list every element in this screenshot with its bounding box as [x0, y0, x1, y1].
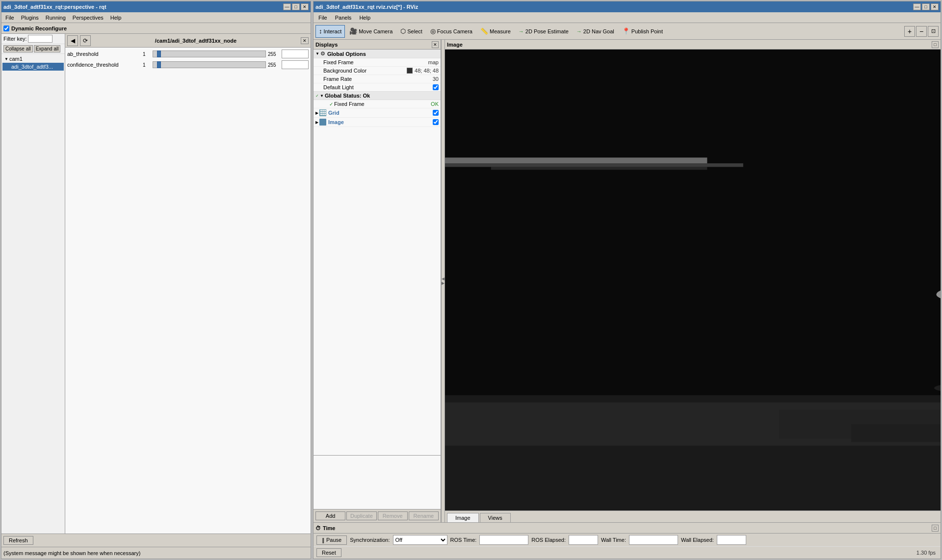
param-value-1[interactable]: 10 — [282, 60, 309, 69]
time-expand-btn[interactable]: □ — [932, 525, 939, 532]
displays-content: ▼ ⚙ Global Options Fixed Frame map Backg… — [314, 50, 441, 455]
time-clock-icon: ⏱ — [315, 525, 321, 531]
rqt-minimize-btn[interactable]: — — [283, 3, 291, 10]
zoom-out-btn[interactable]: − — [916, 26, 927, 37]
grid-checkbox[interactable] — [433, 110, 439, 116]
rviz-restore-btn[interactable]: □ — [922, 3, 930, 10]
collapse-all-btn[interactable]: Collapse all — [3, 45, 33, 52]
rqt-menu-plugins[interactable]: Plugins — [19, 14, 41, 21]
views-tab[interactable]: Views — [480, 513, 511, 522]
toolbar-interact-btn[interactable]: ↕ Interact — [315, 25, 345, 38]
fps-label: 1.30 fps — [916, 550, 938, 556]
rqt-menu-running[interactable]: Running — [44, 14, 68, 21]
param-slider-0[interactable] — [153, 51, 266, 57]
global-options-expand-icon: ▼ — [315, 51, 319, 56]
param-name-1: confidence_threshold — [67, 62, 141, 68]
global-status-row[interactable]: ✓ ▼ Global Status: Ok — [314, 92, 441, 100]
bg-color-swatch — [407, 68, 413, 74]
zoom-in-btn[interactable]: + — [904, 26, 915, 37]
global-options-row[interactable]: ▼ ⚙ Global Options — [314, 50, 441, 58]
rqt-restore-btn[interactable]: □ — [292, 3, 300, 10]
default-light-checkbox[interactable] — [433, 84, 439, 90]
remove-btn[interactable]: Remove — [378, 511, 408, 520]
viewport-container: Image □ — [445, 40, 941, 522]
refresh-icon-btn[interactable]: ⟳ — [80, 35, 91, 46]
toolbar-select-btn[interactable]: ⬡ Select — [397, 25, 426, 38]
toolbar-2dnav-btn[interactable]: → 2D Nav Goal — [573, 25, 618, 38]
fixed-frame-value[interactable]: map — [428, 59, 439, 65]
image-panel-expand-btn[interactable]: □ — [932, 41, 939, 48]
2dpose-label: 2D Pose Estimate — [525, 28, 569, 34]
filter-input[interactable] — [28, 35, 52, 43]
views-tab-label: Views — [488, 515, 502, 521]
ros-elapsed-value[interactable]: 52.79 — [569, 535, 598, 545]
tree-expand-icon: ▼ — [4, 57, 8, 61]
tree-child-item[interactable]: adi_3dtof_adtf3... — [2, 63, 64, 71]
reset-btn[interactable]: Reset — [316, 548, 341, 557]
rviz-main-content: Displays ✕ ▼ ⚙ Global Options Fixed Fram… — [314, 40, 941, 522]
filter-row: Filter key: — [1, 34, 65, 44]
rename-btn[interactable]: Rename — [409, 511, 439, 520]
image-display-row[interactable]: ▶ Image — [314, 118, 441, 127]
sync-select[interactable]: Off Approximate Time Exact Time — [393, 535, 447, 545]
refresh-btn[interactable]: Refresh — [3, 536, 33, 545]
toolbar-measure-btn[interactable]: 📏 Measure — [477, 25, 514, 38]
global-status-label: Global Status: Ok — [325, 93, 370, 99]
image-viewport — [445, 50, 941, 510]
viewport-tabs: Image Views — [445, 510, 941, 522]
filter-label: Filter key: — [3, 36, 27, 42]
toolbar-focus-btn[interactable]: ◎ Focus Camera — [427, 25, 476, 38]
fixed-frame-status-label: Fixed Frame — [334, 101, 431, 107]
tree-parent-item[interactable]: ▼ cam1 — [2, 55, 64, 63]
dynreconf-header: Dynamic Reconfigure — [1, 23, 311, 34]
interact-icon: ↕ — [319, 27, 322, 35]
bg-color-value[interactable]: 48; 48; 48 — [415, 68, 439, 74]
refresh-area: Refresh — [1, 534, 311, 547]
param-value-0[interactable]: 10 — [282, 50, 309, 58]
displays-header: Displays ✕ — [314, 40, 441, 50]
rqt-close-btn[interactable]: ✕ — [301, 3, 309, 10]
image-display-icon — [319, 119, 326, 126]
toolbar-move-camera-btn[interactable]: 🎥 Move Camera — [346, 25, 396, 38]
rviz-minimize-btn[interactable]: — — [913, 3, 921, 10]
fullscreen-btn[interactable]: ⊡ — [928, 26, 939, 37]
back-btn[interactable]: ◀ — [67, 35, 78, 46]
pause-btn[interactable]: ‖ Pause — [316, 535, 347, 545]
expand-all-btn[interactable]: Expand all — [34, 45, 61, 52]
rqt-menubar: File Plugins Running Perspectives Help — [1, 12, 311, 23]
wall-elapsed-value[interactable]: 52.79 — [717, 535, 746, 545]
rqt-menu-file[interactable]: File — [3, 14, 16, 21]
time-panel: ⏱ Time □ ‖ Pause Synchronization: Off Ap… — [314, 522, 941, 559]
time-reset-row: Reset 1.30 fps — [314, 547, 941, 559]
select-icon: ⬡ — [400, 27, 406, 35]
fixed-frame-check-icon: ✓ — [329, 102, 333, 107]
path-row: ◀ ⟳ /cam1/adi_3dtof_adtf31xx_node ✕ — [65, 34, 311, 48]
grid-row[interactable]: ▶ Grid — [314, 108, 441, 118]
rviz-titlebar: adi_3dtof_adtf31xx_rqt rviz.rviz[*] - RV… — [314, 1, 941, 12]
wall-time-value[interactable]: 692626090.66 — [629, 535, 678, 545]
param-slider-1[interactable] — [153, 61, 266, 68]
rqt-menu-help[interactable]: Help — [108, 14, 124, 21]
displays-close-btn[interactable]: ✕ — [432, 41, 439, 48]
add-btn[interactable]: Add — [315, 511, 345, 520]
image-tab[interactable]: Image — [447, 513, 479, 522]
toolbar-2dpose-btn[interactable]: → 2D Pose Estimate — [515, 25, 572, 38]
rviz-close-btn[interactable]: ✕ — [931, 3, 939, 10]
grid-label: Grid — [328, 110, 433, 116]
2dpose-icon: → — [519, 28, 524, 34]
panel-splitter[interactable]: ◀▶ — [441, 40, 445, 522]
image-checkbox[interactable] — [433, 119, 439, 125]
duplicate-btn[interactable]: Duplicate — [346, 511, 376, 520]
ros-time-value[interactable]: 692626090.62 — [479, 535, 528, 545]
rqt-menu-perspectives[interactable]: Perspectives — [71, 14, 105, 21]
depth-image-svg — [445, 50, 941, 510]
rviz-menu-panels[interactable]: Panels — [332, 14, 355, 21]
toolbar-publish-btn[interactable]: 📍 Publish Point — [619, 25, 666, 38]
rviz-menu-file[interactable]: File — [315, 14, 330, 21]
path-close-btn[interactable]: ✕ — [301, 37, 309, 44]
frame-rate-value[interactable]: 30 — [433, 76, 439, 82]
rviz-menu-help[interactable]: Help — [356, 14, 373, 21]
dynreconf-checkbox[interactable] — [3, 25, 9, 31]
global-status-check-icon: ✓ — [315, 94, 319, 98]
dynreconf-content: Filter key: Collapse all Expand all ▼ ca… — [1, 34, 311, 534]
